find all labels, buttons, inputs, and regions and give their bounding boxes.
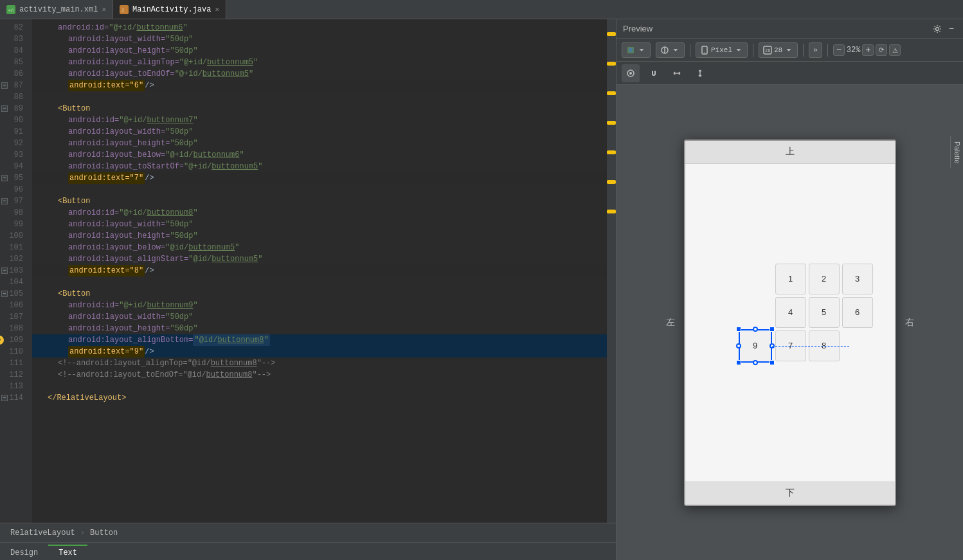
code-line-99: android:layout_width="50dp" (32, 219, 607, 230)
tab-design[interactable]: Design (0, 545, 48, 560)
line-95: − 95 (0, 172, 27, 184)
handle-bottom-left[interactable] (736, 360, 741, 365)
svg-text:</>: </> (8, 8, 14, 12)
code-line-94: android:layout_toStartOf="@+id/buttonnum… (32, 161, 607, 172)
tab-java[interactable]: J MainActivity.java ✕ (113, 0, 226, 19)
preview-button-6[interactable]: 6 (842, 297, 873, 328)
preview-title: Preview (623, 24, 652, 33)
handle-top-left[interactable] (736, 327, 741, 332)
tab-java-close[interactable]: ✕ (215, 5, 219, 14)
preview-button-5[interactable]: 5 (809, 297, 840, 328)
java-file-icon: J (120, 5, 129, 14)
view-mode-button[interactable] (622, 64, 640, 82)
zoom-level: 32% (847, 46, 861, 55)
line-93: 93 (0, 149, 27, 161)
tab-xml[interactable]: </> activity_main.xml ✕ (0, 0, 113, 19)
fold-icon-89[interactable]: − (1, 105, 8, 112)
zoom-out-button[interactable]: − (833, 44, 845, 56)
handle-top-right[interactable] (770, 327, 775, 332)
code-line-92: android:layout_height="50dp" (32, 138, 607, 149)
handle-bottom-right[interactable] (770, 360, 775, 365)
scrollbar-marker-1 (607, 32, 616, 36)
preview-header-actions: − (932, 24, 957, 34)
magnet-button[interactable] (645, 64, 663, 82)
palette-tab[interactable]: Palette (950, 136, 963, 168)
bottom-tabs: Design Text (0, 542, 616, 560)
device-button[interactable]: Pixel (696, 42, 748, 58)
handle-middle-left[interactable] (736, 343, 741, 348)
svg-point-9 (704, 52, 705, 53)
api-button[interactable]: 28 28 (759, 42, 798, 58)
line-106: 106 (0, 300, 27, 311)
fold-icon-114[interactable]: − (1, 395, 8, 401)
fold-icon-97[interactable]: − (1, 198, 8, 204)
breadcrumb-relativelayout[interactable]: RelativeLayout (10, 528, 75, 537)
fold-icon-87[interactable]: − (1, 82, 8, 89)
constraint-line-right (772, 346, 849, 347)
line-112: 112 (0, 369, 27, 381)
minimize-icon[interactable]: − (946, 24, 957, 34)
code-line-89: <Button (32, 103, 607, 114)
tab-xml-close[interactable]: ✕ (102, 5, 106, 14)
tab-bar: </> activity_main.xml ✕ J MainActivity.j… (0, 0, 963, 19)
scrollbar-marker-6 (607, 180, 616, 184)
preview-header: Preview − (616, 19, 963, 39)
theme-button[interactable] (656, 42, 685, 58)
handle-bottom-center[interactable] (753, 360, 758, 365)
code-line-88 (32, 91, 607, 103)
line-88: 88 (0, 91, 27, 103)
button-9-container: 9 (739, 329, 772, 363)
preview-button-4[interactable]: 4 (775, 297, 806, 328)
preview-panel: Preview − (616, 19, 963, 560)
line-91: 91 (0, 126, 27, 138)
device-top-label: 上 (786, 146, 795, 158)
fold-icon-95[interactable]: − (1, 175, 8, 181)
toolbar-separator-3 (803, 44, 804, 57)
line-90: 90 (0, 114, 27, 126)
xml-file-icon: </> (6, 5, 15, 14)
line-85: 85 (0, 57, 27, 68)
code-line-83: android:layout_width="50dp" (32, 33, 607, 45)
preview-button-9[interactable]: 9 (739, 329, 772, 363)
line-82: 82 (0, 22, 27, 33)
editor-scrollbar[interactable] (607, 19, 616, 523)
preview-toolbar-2 (616, 62, 963, 85)
line-109: ● 109 (0, 334, 27, 346)
line-83: 83 (0, 33, 27, 45)
zoom-controls: − 32% + ⟳ ⚠ (833, 44, 901, 56)
resize-v-button[interactable] (691, 64, 709, 82)
line-105: − 105 (0, 288, 27, 300)
line-98: 98 (0, 207, 27, 219)
tab-design-label: Design (10, 548, 38, 557)
preview-toolbar-1: Pixel 28 28 » (616, 39, 963, 62)
line-111: 111 (0, 357, 27, 369)
device-screen: 1 2 3 4 5 6 7 8 (685, 164, 895, 482)
zoom-in-button[interactable]: + (862, 44, 874, 56)
line-97: − 97 (0, 195, 27, 207)
scrollbar-marker-5 (607, 150, 616, 154)
code-line-105: <Button (32, 288, 607, 300)
device-left-label: 左 (666, 317, 675, 329)
fold-icon-105[interactable]: − (1, 291, 8, 297)
line-100: 100 (0, 230, 27, 242)
tab-text[interactable]: Text (48, 545, 87, 560)
preview-button-3[interactable]: 3 (842, 264, 873, 294)
more-options-button[interactable]: » (809, 42, 822, 58)
preview-button-1[interactable]: 1 (775, 264, 806, 294)
zoom-warning-button[interactable]: ⚠ (889, 44, 901, 56)
code-line-91: android:layout_width="50dp" (32, 126, 607, 138)
code-lines[interactable]: android:id="@+id/buttonnum6" android:lay… (32, 19, 607, 523)
handle-top-center[interactable] (753, 327, 758, 332)
line-101: 101 (0, 242, 27, 253)
zoom-reset-button[interactable]: ⟳ (876, 44, 887, 56)
line-104: 104 (0, 276, 27, 288)
resize-h-button[interactable] (668, 64, 686, 82)
device-bottom-bar: 下 (685, 482, 895, 505)
settings-icon[interactable] (932, 24, 942, 34)
preview-button-2[interactable]: 2 (809, 264, 840, 294)
code-line-101: android:layout_below="@id/buttonnum5" (32, 242, 607, 253)
layer-toggle-button[interactable] (622, 42, 651, 58)
fold-icon-103[interactable]: − (1, 267, 8, 274)
breadcrumb-button[interactable]: Button (90, 528, 118, 537)
code-line-106: android:id="@+id/buttonnum9" (32, 300, 607, 311)
